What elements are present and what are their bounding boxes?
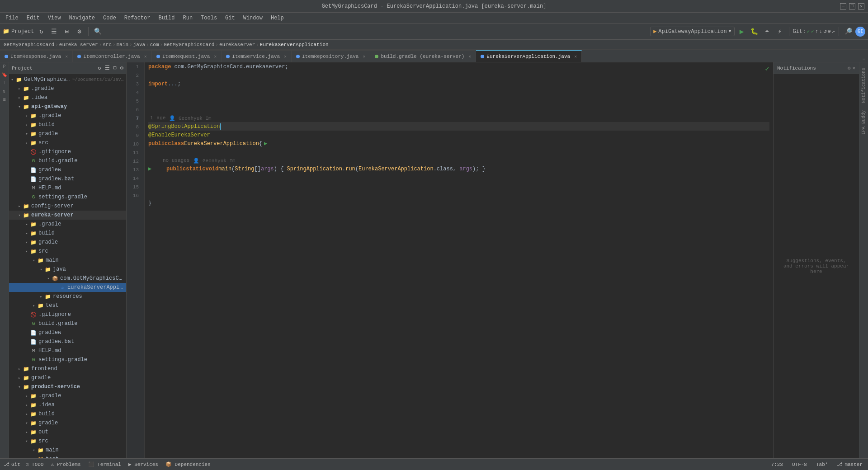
menu-code[interactable]: Code: [99, 14, 120, 22]
tree-ps-main[interactable]: ▾ 📁 main: [9, 446, 126, 455]
status-tab-size[interactable]: Tab*: [814, 461, 830, 468]
status-encoding[interactable]: UTF-8: [790, 461, 809, 468]
bc-com[interactable]: com: [150, 42, 159, 47]
bc-package[interactable]: GetMyGraphicsCard: [164, 42, 214, 47]
tree-es-pkg[interactable]: ▾ 📦 com.GetMyGraphicsCard.eurekas: [9, 274, 126, 283]
run-arrow-main[interactable]: ▶: [148, 165, 151, 172]
tree-ps-src[interactable]: ▾ 📁 src: [9, 437, 126, 446]
minimize-button[interactable]: —: [840, 3, 846, 9]
status-position[interactable]: 7:23: [769, 461, 785, 468]
notifications-settings-btn[interactable]: ⚙: [848, 65, 851, 71]
tree-ps-gradle[interactable]: ▸ 📁 .gradle: [9, 391, 126, 400]
right-icon-notifications[interactable]: Notifications: [860, 64, 867, 107]
tab-item-repository[interactable]: ItemRepository.java ✕: [292, 50, 370, 62]
status-terminal-btn[interactable]: ⬛ Terminal: [86, 461, 123, 468]
menu-edit[interactable]: Edit: [23, 14, 43, 22]
tab-item-request[interactable]: ItemRequest.java ✕: [152, 50, 222, 62]
tree-ps-test[interactable]: ▸ 📁 test: [9, 455, 126, 458]
status-dependencies-btn[interactable]: 📦 Dependencies: [164, 461, 212, 468]
tab-build-gradle[interactable]: build.gradle (eureka-server) ✕: [370, 50, 476, 62]
bc-java[interactable]: java: [133, 42, 145, 47]
run-arrow-class[interactable]: ▶: [264, 140, 267, 147]
project-header-collapse[interactable]: ⊟: [113, 65, 117, 71]
tree-es-resources[interactable]: ▸ 📁 resources: [9, 292, 126, 301]
menu-view[interactable]: View: [44, 14, 65, 22]
tree-es-gitignore[interactable]: 🚫 .gitignore: [9, 310, 126, 319]
search-everywhere-btn[interactable]: 🔎: [843, 26, 854, 37]
tab-close-btn[interactable]: ✕: [214, 54, 217, 59]
tree-gradle-root[interactable]: ▸ 📁 .gradle: [9, 84, 126, 93]
tree-ps-gradle2[interactable]: ▾ 📁 gradle: [9, 418, 126, 428]
tree-api-gradlew[interactable]: 📄 gradlew: [9, 165, 126, 174]
tree-api-build[interactable]: ▸ 📁 build: [9, 120, 126, 129]
tree-api-gradle[interactable]: ▸ 📁 .gradle: [9, 111, 126, 120]
tree-es-gradlewbat[interactable]: 📄 gradlew.bat: [9, 337, 126, 346]
tab-eureka-server-app[interactable]: EurekaServerApplication.java ✕: [476, 50, 582, 62]
editor-area[interactable]: 1 2 3 4 5 6 7 8 9 10 11 12 13 14 15 16: [127, 62, 773, 458]
tree-es-settings[interactable]: G settings.gradle: [9, 355, 126, 364]
right-icon-ipa-buddy[interactable]: IPA Buddy: [860, 107, 867, 138]
tabs-overflow-btn[interactable]: ≡: [862, 56, 865, 62]
tab-close-btn[interactable]: ✕: [574, 54, 577, 59]
tree-product-service[interactable]: ▾ 📁 product-service: [9, 382, 126, 391]
status-branch-btn[interactable]: ⎇ master: [835, 461, 864, 468]
tree-idea[interactable]: ▸ 📁 .idea: [9, 93, 126, 102]
tree-frontend[interactable]: ▸ 📁 frontend: [9, 364, 126, 373]
tab-close-btn[interactable]: ✕: [144, 54, 147, 59]
tree-es-buildgradle[interactable]: G build.gradle: [9, 319, 126, 328]
tree-es-gradle2[interactable]: ▾ 📁 gradle: [9, 238, 126, 247]
bc-src[interactable]: src: [103, 42, 112, 47]
toolbar-collapse-btn[interactable]: ⊟: [61, 26, 72, 37]
menu-run[interactable]: Run: [179, 14, 196, 22]
maximize-button[interactable]: □: [849, 3, 855, 9]
avatar-btn[interactable]: GI: [855, 27, 865, 37]
toolbar-sync-btn[interactable]: ↻: [36, 26, 47, 37]
debug-btn[interactable]: 🐛: [749, 26, 760, 37]
tree-es-main-class[interactable]: ☕ EurekaServerApplication: [9, 283, 126, 292]
tab-close-btn[interactable]: ✕: [284, 54, 287, 59]
tree-api-buildgradle[interactable]: G build.gradle: [9, 156, 126, 165]
tree-ps-out[interactable]: ▸ 📁 out: [9, 428, 126, 437]
tree-es-gradlew[interactable]: 📄 gradlew: [9, 328, 126, 337]
tree-eureka-server[interactable]: ▾ 📁 eureka-server: [9, 211, 126, 220]
toolbar-settings-btn[interactable]: ⚙: [74, 26, 85, 37]
left-icon-bookmark[interactable]: 🔖: [1, 72, 8, 80]
menu-file[interactable]: File: [2, 14, 22, 22]
status-todo-btn[interactable]: ☑ TODO: [24, 461, 46, 468]
toolbar-search-btn[interactable]: 🔍: [92, 26, 103, 37]
run-config-selector[interactable]: ▶ ApiGatewayApplication ▼: [650, 27, 734, 36]
menu-refactor[interactable]: Refactor: [121, 14, 154, 22]
tree-api-src[interactable]: ▸ 📁 src: [9, 138, 126, 147]
tab-close-btn[interactable]: ✕: [363, 54, 365, 59]
menu-tools[interactable]: Tools: [197, 14, 221, 22]
toolbar-list-btn[interactable]: ☰: [48, 26, 59, 37]
notifications-close-btn[interactable]: ✕: [852, 65, 855, 71]
tree-api-gradlewbat[interactable]: 📄 gradlew.bat: [9, 174, 126, 183]
tab-close-btn[interactable]: ✕: [65, 54, 68, 59]
status-services-btn[interactable]: ▶ Services: [127, 461, 160, 468]
tree-api-gateway[interactable]: ▾ 📁 api-gateway: [9, 102, 126, 111]
tab-item-controller[interactable]: ItemController.java ✕: [73, 50, 151, 62]
project-header-sync[interactable]: ↻: [98, 65, 101, 71]
tree-api-gitignore[interactable]: 🚫 .gitignore: [9, 147, 126, 156]
project-header-settings[interactable]: ⚙: [120, 65, 123, 71]
run-btn[interactable]: ▶: [736, 26, 747, 37]
bc-getmygraphicscard[interactable]: GetMyGraphicsCard: [4, 42, 54, 47]
status-problems-btn[interactable]: ⚠ Problems: [49, 461, 82, 468]
tree-es-java[interactable]: ▾ 📁 java: [9, 265, 126, 274]
tree-es-help[interactable]: M HELP.md: [9, 346, 126, 355]
left-icon-pullrequest[interactable]: ⇅: [1, 89, 8, 96]
bc-file[interactable]: EurekaServerApplication: [260, 42, 329, 47]
left-icon-project[interactable]: P: [1, 64, 8, 71]
tree-api-gradle2[interactable]: ▾ 📁 gradle: [9, 129, 126, 138]
tree-ps-idea[interactable]: ▸ 📁 .idea: [9, 400, 126, 409]
left-icon-commit[interactable]: ↑: [1, 80, 8, 88]
tree-root[interactable]: ▾ 📁 GetMyGraphicsCard ~/Documents/CS/Jav…: [9, 75, 126, 84]
project-header-list[interactable]: ☰: [105, 65, 110, 71]
tree-es-src[interactable]: ▾ 📁 src: [9, 247, 126, 256]
coverage-btn[interactable]: ☂: [762, 26, 773, 37]
tree-api-settings[interactable]: G settings.gradle: [9, 193, 126, 202]
tree-ps-build[interactable]: ▸ 📁 build: [9, 409, 126, 418]
menu-window[interactable]: Window: [240, 14, 266, 22]
menu-build[interactable]: Build: [155, 14, 178, 22]
